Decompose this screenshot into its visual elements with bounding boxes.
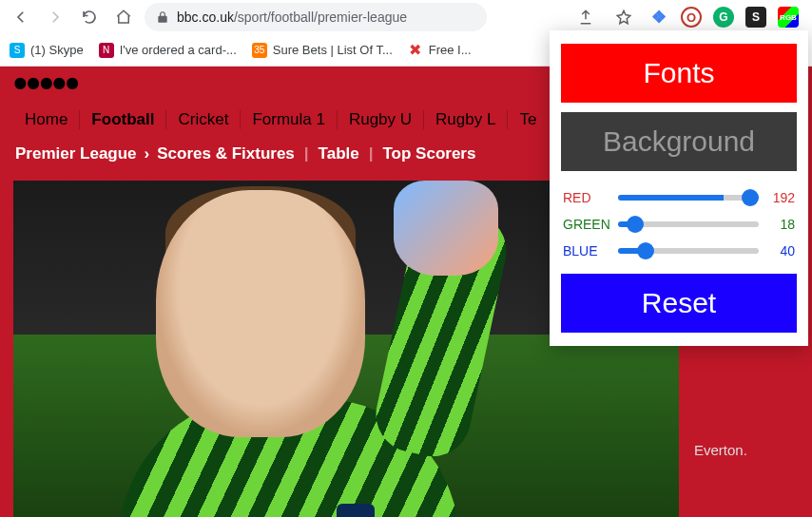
green-slider-row: GREEN 18 [563,211,795,238]
red-value: 192 [766,190,795,205]
site-brand: ••••• [13,61,79,106]
red-label: RED [563,190,610,205]
green-value: 18 [766,217,795,232]
blue-value: 40 [766,243,795,258]
extension-icon[interactable]: ❖ [648,7,669,28]
extension-icon[interactable]: G [713,7,734,28]
bookmark-item[interactable]: N I've ordered a card-... [99,43,237,58]
subnav-item-table[interactable]: Table [319,144,359,163]
home-button[interactable] [110,4,137,30]
bookmark-item[interactable]: ✖ Free I... [408,43,472,58]
nav-item-formula1[interactable]: Formula 1 [241,105,337,135]
bookmark-item[interactable]: S (1) Skype [10,43,84,58]
address-bar[interactable]: bbc.co.uk/sport/football/premier-league [145,3,487,31]
nav-item-more[interactable]: Te [508,105,548,135]
favicon-icon: 35 [252,43,267,58]
forward-button[interactable] [42,4,68,30]
bookmark-label: Sure Bets | List Of T... [273,43,393,57]
back-button[interactable] [8,4,34,30]
blue-label: BLUE [563,243,610,258]
lock-icon [156,10,169,24]
blue-slider-row: BLUE 40 [563,238,795,264]
subnav-item-scores[interactable]: Scores & Fixtures [157,144,295,163]
red-slider-row: RED 192 [563,184,795,211]
favicon-icon: N [99,43,114,58]
share-icon[interactable] [572,4,599,30]
nav-item-rugbyu[interactable]: Rugby U [338,105,423,135]
separator: | [367,144,376,163]
browser-toolbar: bbc.co.uk/sport/football/premier-league … [0,0,812,34]
breadcrumb[interactable]: Premier League [15,144,137,163]
green-slider[interactable] [618,221,759,227]
star-icon[interactable] [610,4,637,30]
background-button[interactable]: Background [561,112,797,171]
rgb-sliders: RED 192 GREEN 18 BLUE 40 [561,181,797,264]
reset-button[interactable]: Reset [561,274,797,333]
green-label: GREEN [563,217,610,232]
nav-item-home[interactable]: Home [13,105,79,135]
chevron-right-icon: › [145,144,150,163]
rgb-extension-panel: Fonts Background RED 192 GREEN 18 BLUE 4… [550,30,808,346]
hero-caption: Everton. [694,442,747,458]
nav-item-football[interactable]: Football [80,105,165,135]
subnav-item-topscorers[interactable]: Top Scorers [382,144,475,163]
favicon-icon: ✖ [408,43,423,58]
separator: | [302,144,311,163]
rgb-extension-icon[interactable]: RGB [778,7,799,28]
bookmark-item[interactable]: 35 Sure Bets | List Of T... [252,43,393,58]
bookmark-label: I've ordered a card-... [120,43,237,57]
extension-icon[interactable]: O [681,7,702,28]
red-slider[interactable] [618,195,759,201]
nav-item-rugbyl[interactable]: Rugby L [424,105,507,135]
nav-item-cricket[interactable]: Cricket [166,105,240,135]
url-text: bbc.co.uk/sport/football/premier-league [177,10,407,25]
reload-button[interactable] [76,4,103,30]
bookmark-label: Free I... [429,43,472,57]
fonts-button[interactable]: Fonts [561,44,797,103]
bookmark-label: (1) Skype [30,43,84,57]
extension-icon[interactable]: S [745,7,766,28]
blue-slider[interactable] [618,248,759,254]
favicon-icon: S [10,43,25,58]
